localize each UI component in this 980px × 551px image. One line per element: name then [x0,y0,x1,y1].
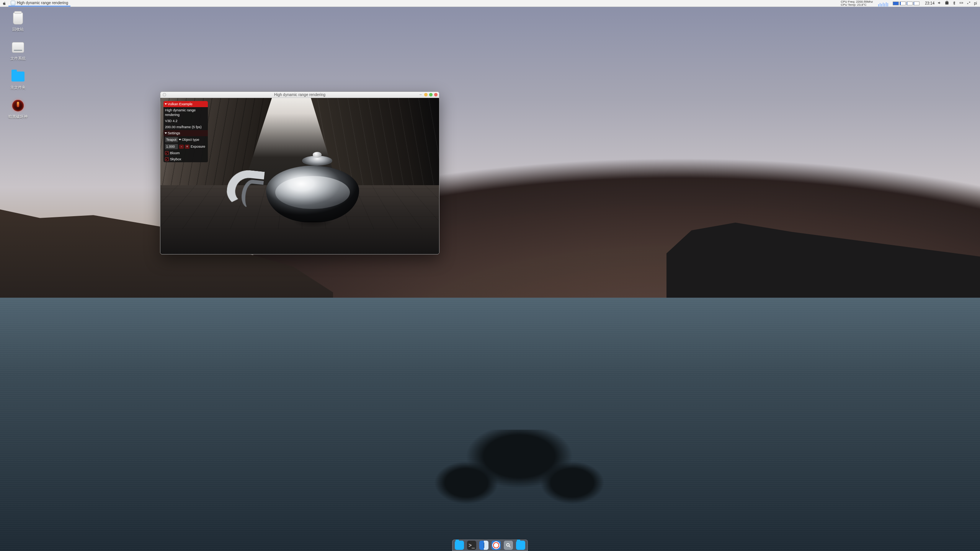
volume-icon[interactable] [938,1,942,6]
chevron-down-icon[interactable] [179,139,181,140]
exposure-decrement-button[interactable]: - [179,145,184,149]
exposure-row: 1.000 - + Exposure [163,143,208,150]
user-label[interactable]: pi [974,1,977,5]
traffic-light-close[interactable] [434,93,438,96]
trash-icon[interactable]: 回收站 [5,11,31,32]
panel-header[interactable]: Vulkan Example [163,101,208,107]
info-line-version: V3D 4.2 [163,118,208,124]
home-folder-label: 主文件夹 [10,85,26,90]
desktop-wallpaper [0,0,980,551]
collapse-icon[interactable] [165,103,167,105]
settings-label: Settings [168,131,180,135]
panel-title: Vulkan Example [168,102,193,106]
traffic-light-zoom[interactable] [429,93,433,96]
apple-menu-icon[interactable] [0,1,8,5]
exposure-label: Exposure [191,144,205,149]
dock-folder-icon[interactable] [516,541,525,550]
bluetooth-icon[interactable] [952,1,956,6]
dock[interactable]: >_ [452,540,528,551]
game-shortcut-icon[interactable]: 暗黑破坏神 [5,99,31,119]
app-window[interactable]: High dynamic range rendering – Vul [160,91,439,254]
home-folder-icon[interactable]: 主文件夹 [5,70,31,90]
taskbar-app-title: High dynamic range rendering [17,1,68,5]
minimize-button[interactable]: – [420,93,423,96]
window-title: High dynamic range rendering [160,93,439,97]
window-icon [11,1,15,5]
cpu-stats: CPU Freq: 2200.55Mhz CPU Temp: 23.8°C [841,0,876,7]
collapse-icon[interactable] [165,132,167,134]
dock-safari-icon[interactable] [492,541,501,550]
dock-search-icon[interactable] [504,541,513,550]
info-line-fps: 200.00 ms/frame (5 fps) [163,124,208,130]
exposure-increment-button[interactable]: + [185,145,189,149]
traffic-light-minimize[interactable] [424,93,428,96]
svg-point-0 [506,543,509,546]
object-type-row: Teapot Object type [163,136,208,143]
desktop-icons-column: 回收站 文件系统 主文件夹 暗黑破坏神 [5,11,31,119]
filesystem-icon[interactable]: 文件系统 [5,41,31,61]
cpu-temp-label: CPU Temp: 23.8°C [841,3,873,7]
game-shortcut-label: 暗黑破坏神 [8,114,28,119]
network-icon[interactable] [967,1,971,6]
render-viewport[interactable]: Vulkan Example High dynamic range render… [160,98,439,254]
teapot-mesh [233,151,383,232]
skybox-label: Skybox [170,157,181,161]
exposure-value[interactable]: 1.000 [165,144,178,149]
debug-panel[interactable]: Vulkan Example High dynamic range render… [163,101,208,162]
bloom-row: ✓ Bloom [163,150,208,156]
menubar: High dynamic range rendering CPU Freq: 2… [0,0,980,7]
object-type-combo[interactable]: Teapot [165,137,178,142]
trash-label: 回收站 [12,27,24,32]
dock-finder-icon[interactable] [479,541,488,550]
dock-folder-icon[interactable] [455,541,464,550]
clipboard-icon[interactable] [945,1,949,6]
bloom-checkbox[interactable]: ✓ [165,151,169,155]
battery-icon[interactable] [959,1,964,6]
svg-line-1 [509,546,511,548]
clock-label[interactable]: 23:14 [925,1,934,5]
info-line-title: High dynamic range rendering [163,107,208,118]
skybox-row: ✓ Skybox [163,156,208,162]
settings-header[interactable]: Settings [163,130,208,136]
object-type-label: Object type [182,137,199,142]
taskbar-app-entry[interactable]: High dynamic range rendering [8,0,70,7]
dock-terminal-icon[interactable]: >_ [467,541,476,550]
bloom-label: Bloom [170,151,180,155]
cpu-core-meters [890,2,922,5]
system-tray: 23:14 pi [922,1,980,6]
filesystem-label: 文件系统 [10,56,26,61]
window-titlebar[interactable]: High dynamic range rendering – [160,92,439,98]
cpu-history-graph [876,0,890,7]
skybox-checkbox[interactable]: ✓ [165,157,169,161]
